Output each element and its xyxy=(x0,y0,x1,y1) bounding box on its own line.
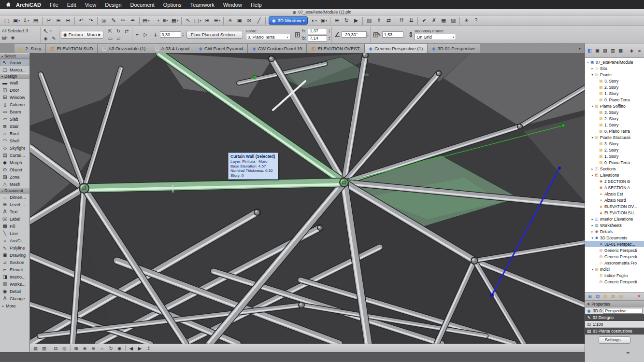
orbit-button[interactable]: ↻ xyxy=(342,16,351,25)
tree-item-sections[interactable]: ▸◫Sections xyxy=(585,166,644,172)
tool-level[interactable]: ⊕Level ... xyxy=(0,201,29,208)
tool-beam[interactable]: ▭Beam xyxy=(0,108,29,115)
tab-a3-orizzontale-1[interactable]: ▢A3 Orizzontale (1) xyxy=(98,44,150,53)
issue-button[interactable]: ✗ xyxy=(429,16,439,25)
tree-item-worksheets[interactable]: ▸▥Worksheets xyxy=(585,222,644,228)
move-button[interactable]: ⇱ xyxy=(107,28,114,34)
menu-file[interactable]: File xyxy=(45,0,63,9)
3d-viewport[interactable]: Curtain Wall (Selected) Layer: Finitura … xyxy=(30,53,585,344)
collapse-triangle-icon[interactable]: ▾ xyxy=(590,136,594,139)
split-button[interactable]: ╱ xyxy=(254,16,264,25)
stepper[interactable]: ▴▾ xyxy=(329,36,330,41)
hamburger-icon[interactable]: ≡ xyxy=(626,350,630,357)
pencil-button[interactable]: ✎ xyxy=(109,16,118,25)
next-view-button[interactable]: ▶ xyxy=(136,345,144,351)
tab-cw-panel-pyramid[interactable]: ◈CW Panel Pyramid xyxy=(194,44,248,53)
open-button[interactable]: ▣▾ xyxy=(12,16,21,25)
tree-item-alzato-nord[interactable]: ▲Alzato Nord xyxy=(585,197,644,203)
tool-window[interactable]: ⊞Window xyxy=(0,94,29,101)
previous-view-button[interactable]: ◀ xyxy=(127,345,135,351)
library-button[interactable]: ▦ xyxy=(439,16,448,25)
offset-button[interactable]: ▭ xyxy=(107,35,114,42)
tool-detail[interactable]: ◉Detail xyxy=(0,288,29,295)
layouts-button[interactable]: ▥ xyxy=(364,16,374,25)
tool-label[interactable]: ⒶLabel xyxy=(0,215,29,223)
view-name-combo[interactable]: Perspective xyxy=(603,308,643,314)
tree-item-3-story[interactable]: ▦3. Story xyxy=(585,109,644,115)
stepper[interactable]: ▴▾ xyxy=(367,32,369,37)
tool-drawing[interactable]: ▣Drawing xyxy=(0,251,29,259)
apple-menu[interactable] xyxy=(4,1,12,8)
collapse-triangle-icon[interactable]: ▾ xyxy=(590,267,594,271)
publish-button[interactable]: ⇧ xyxy=(374,16,384,25)
tree-item-0-piano-terra[interactable]: ▦0. Piano Terra xyxy=(585,128,644,134)
tool-dimen[interactable]: ↔Dimen... xyxy=(0,194,29,201)
link-worksheet-button[interactable]: ▥ xyxy=(602,293,609,300)
settings-button[interactable]: Settings... xyxy=(599,336,630,344)
layer-settings-button[interactable]: ▤▾ xyxy=(141,16,151,25)
group-button[interactable]: ▣ xyxy=(235,16,244,25)
property-row-03-piante-costruzione[interactable]: ▤03 Piante costruzione xyxy=(585,328,644,334)
tool-settings-button[interactable]: ▤▾ xyxy=(1,34,8,41)
publisher-sets-button[interactable]: ▦ xyxy=(617,47,624,54)
tree-item-0-piano-terra[interactable]: ▦0. Piano Terra xyxy=(585,97,644,103)
markup-button[interactable]: ✔ xyxy=(419,16,429,25)
tree-item-2-section-b[interactable]: ◆2 SECTION B xyxy=(585,178,644,184)
tab-2-story[interactable]: ▤2. Story xyxy=(14,44,46,53)
tree-item-alzato-est[interactable]: ▲Alzato Est xyxy=(585,191,644,197)
collapse-triangle-icon[interactable]: ▾ xyxy=(586,60,590,64)
tab-elevation-ovest[interactable]: ◩ELEVATION OVEST xyxy=(307,44,364,53)
zoom-menu-button[interactable]: ◎ xyxy=(60,345,69,351)
tool-polyline[interactable]: ∿Polyline xyxy=(0,244,29,251)
tree-item-a-section-a[interactable]: ◆A SECTION A xyxy=(585,184,644,191)
tool-marqu[interactable]: ▢Marqu... xyxy=(0,66,29,73)
collapse-triangle-icon[interactable]: ▾ xyxy=(590,73,594,76)
quick-layers-button[interactable]: ▥ xyxy=(40,345,48,351)
menu-teamwork[interactable]: Teamwork xyxy=(186,0,219,9)
favorites-button[interactable]: ◈ xyxy=(9,34,16,41)
menu-edit[interactable]: Edit xyxy=(63,0,81,9)
rotate-button[interactable]: ↻ xyxy=(115,28,122,34)
grid-snap-button[interactable]: ⊞ xyxy=(202,16,212,25)
tree-item-generic-perspecti[interactable]: ◎Generic Perspecti xyxy=(585,253,644,260)
marquee-tool-button[interactable]: ▢▾ xyxy=(193,16,202,25)
organizer-button[interactable]: ◈ xyxy=(628,47,635,54)
menu-view[interactable]: View xyxy=(81,0,101,9)
toolbox-section-design[interactable]: ▾Design xyxy=(0,73,29,79)
project-chooser-button[interactable]: ◧ xyxy=(586,47,593,54)
pen-weight-button[interactable]: ≡▾ xyxy=(160,16,170,25)
view-mode-combo[interactable]: ◈3D Window▾ xyxy=(269,16,308,25)
tree-item-generic-perspecti[interactable]: ◎Generic Perspecti... xyxy=(585,278,644,285)
h-field[interactable]: 1,37 xyxy=(308,28,327,34)
geometry-method-button[interactable]: ◈ xyxy=(42,35,49,42)
tab-overflow-button[interactable]: ▾ xyxy=(575,44,585,53)
tool-arrow[interactable]: ↖Arrow xyxy=(0,59,29,66)
collapse-triangle-icon[interactable]: ▾ xyxy=(590,236,594,239)
tree-item-3-story[interactable]: ▦3. Story xyxy=(585,140,644,147)
tree-item-elevation-su[interactable]: ▲ELEVATION SU... xyxy=(585,209,644,216)
menu-document[interactable]: Document xyxy=(126,0,159,9)
expand-triangle-icon[interactable]: ▸ xyxy=(590,223,594,227)
zoom-button[interactable]: ⊕ xyxy=(332,16,342,25)
floor-plan-section-button[interactable]: Floor Plan and Section... xyxy=(186,31,243,39)
menu-help[interactable]: Help xyxy=(246,0,266,9)
options-menu-button[interactable]: ✳ xyxy=(461,16,471,25)
tool-line[interactable]: ╲Line xyxy=(0,230,29,237)
tool-fill[interactable]: ▩Fill xyxy=(0,223,29,230)
tab-elevation-sud[interactable]: ◩ELEVATION SUD xyxy=(46,44,98,53)
tree-item-0-piano-terra[interactable]: ▦0. Piano Terra xyxy=(585,159,644,166)
new-button[interactable]: ▢ xyxy=(2,16,12,25)
tool-object[interactable]: ⊙Object xyxy=(0,166,29,173)
angle-field[interactable]: -29,30° xyxy=(342,31,367,38)
navigator-options-button[interactable]: ≡ xyxy=(636,47,643,54)
tree-item-details[interactable]: ▸◉Details xyxy=(585,228,644,235)
stepper[interactable]: ▴▾ xyxy=(183,32,184,37)
tree-item-elevations[interactable]: ▾◩Elevations xyxy=(585,172,644,178)
save-button[interactable]: ⇓▾ xyxy=(21,16,31,25)
stepper[interactable]: ▴▾ xyxy=(329,28,330,33)
tab-generic-perspective-1[interactable]: ◈Generic Perspective (1) xyxy=(365,44,428,53)
tab-cw-custom-panel-19[interactable]: ◈CW Custom Panel 19 xyxy=(248,44,307,53)
toolbox-section-select[interactable]: ▾Select xyxy=(0,53,29,59)
menu-design[interactable]: Design xyxy=(100,0,126,9)
zoom-in-button[interactable]: ⊕ xyxy=(81,345,89,351)
